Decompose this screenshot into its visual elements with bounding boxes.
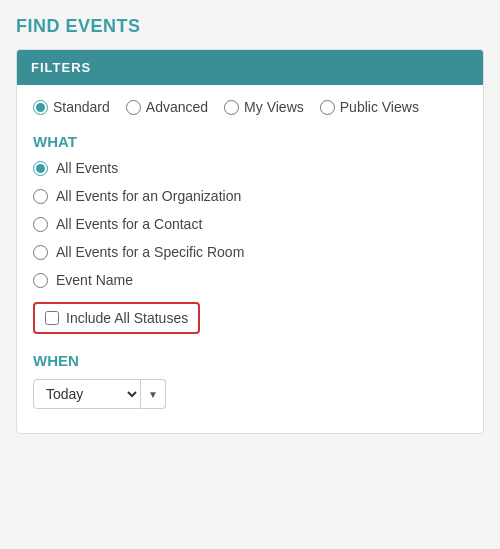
what-radio-event-name[interactable]: [33, 273, 48, 288]
view-options-row: Standard Advanced My Views Public Views: [33, 99, 467, 115]
view-option-advanced[interactable]: Advanced: [126, 99, 208, 115]
what-option-all-events-room[interactable]: All Events for a Specific Room: [33, 244, 467, 260]
view-radio-my-views[interactable]: [224, 100, 239, 115]
what-label-all-events-contact: All Events for a Contact: [56, 216, 202, 232]
what-option-all-events-contact[interactable]: All Events for a Contact: [33, 216, 467, 232]
include-statuses-checkbox[interactable]: [45, 311, 59, 325]
view-option-standard[interactable]: Standard: [33, 99, 110, 115]
view-label-my-views: My Views: [244, 99, 304, 115]
page-title: FIND EVENTS: [16, 16, 484, 37]
view-option-public-views[interactable]: Public Views: [320, 99, 419, 115]
what-label-event-name: Event Name: [56, 272, 133, 288]
what-option-event-name[interactable]: Event Name: [33, 272, 467, 288]
what-option-all-events-org[interactable]: All Events for an Organization: [33, 188, 467, 204]
when-dropdown-wrapper: Today This Week This Month Custom ▼: [33, 379, 467, 409]
filters-body: Standard Advanced My Views Public Views …: [17, 85, 483, 433]
when-section: WHEN Today This Week This Month Custom ▼: [33, 352, 467, 409]
filters-panel: FILTERS Standard Advanced My Views: [16, 49, 484, 434]
page-container: FIND EVENTS FILTERS Standard Advanced My…: [0, 0, 500, 450]
chevron-down-icon: ▼: [148, 389, 158, 400]
what-label-all-events-room: All Events for a Specific Room: [56, 244, 244, 260]
what-radio-all-events-room[interactable]: [33, 245, 48, 260]
when-dropdown-button[interactable]: ▼: [141, 379, 166, 409]
view-label-standard: Standard: [53, 99, 110, 115]
what-options-list: All Events All Events for an Organizatio…: [33, 160, 467, 288]
view-label-advanced: Advanced: [146, 99, 208, 115]
view-radio-advanced[interactable]: [126, 100, 141, 115]
when-section-title: WHEN: [33, 352, 467, 369]
what-section-title: WHAT: [33, 133, 467, 150]
view-option-my-views[interactable]: My Views: [224, 99, 304, 115]
when-select[interactable]: Today This Week This Month Custom: [33, 379, 141, 409]
what-section: WHAT All Events All Events for an Organi…: [33, 133, 467, 334]
what-label-all-events: All Events: [56, 160, 118, 176]
what-radio-all-events-contact[interactable]: [33, 217, 48, 232]
include-statuses-label[interactable]: Include All Statuses: [33, 302, 200, 334]
view-radio-standard[interactable]: [33, 100, 48, 115]
what-option-all-events[interactable]: All Events: [33, 160, 467, 176]
include-statuses-row: Include All Statuses: [33, 302, 467, 334]
view-radio-public-views[interactable]: [320, 100, 335, 115]
include-statuses-text: Include All Statuses: [66, 310, 188, 326]
what-radio-all-events[interactable]: [33, 161, 48, 176]
what-label-all-events-org: All Events for an Organization: [56, 188, 241, 204]
what-radio-all-events-org[interactable]: [33, 189, 48, 204]
view-label-public-views: Public Views: [340, 99, 419, 115]
filters-header: FILTERS: [17, 50, 483, 85]
